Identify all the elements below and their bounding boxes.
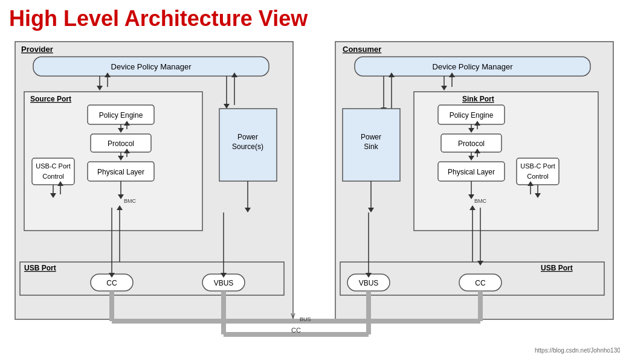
page-title: High Level Architecture View bbox=[9, 6, 620, 31]
consumer-protocol-label: Protocol bbox=[458, 139, 485, 148]
svg-rect-34 bbox=[20, 262, 284, 295]
provider-protocol-label: Protocol bbox=[108, 139, 134, 148]
provider-physical-layer-label: Physical Layer bbox=[97, 168, 144, 176]
provider-usb-port-label: USB Port bbox=[24, 264, 56, 272]
cc-label: CC bbox=[291, 327, 301, 334]
watermark: https://blog.csdn.net/Johnho130 bbox=[535, 347, 620, 354]
consumer-power-sink-label: Power bbox=[361, 133, 381, 141]
provider-bmc-label: BMC bbox=[124, 198, 137, 204]
consumer-dpm-label: Device Policy Manager bbox=[433, 62, 514, 71]
provider-vbus-label: VBUS bbox=[214, 279, 234, 287]
svg-text:BUS: BUS bbox=[300, 316, 311, 322]
consumer-bmc-label: BMC bbox=[474, 198, 487, 204]
svg-text:Control: Control bbox=[527, 173, 548, 180]
svg-text:Source(s): Source(s) bbox=[232, 142, 263, 151]
architecture-diagram: Provider Device Policy Manager Source Po… bbox=[9, 39, 620, 359]
provider-cc-label: CC bbox=[106, 279, 117, 287]
provider-power-sources-label: Power bbox=[237, 133, 258, 141]
sink-port-label: Sink Port bbox=[462, 95, 494, 103]
svg-text:Control: Control bbox=[42, 173, 63, 180]
consumer-label: Consumer bbox=[343, 45, 381, 54]
provider-label: Provider bbox=[21, 45, 53, 54]
provider-dpm-label: Device Policy Manager bbox=[111, 62, 192, 71]
provider-policy-engine-label: Policy Engine bbox=[99, 111, 143, 120]
consumer-usb-port-label: USB Port bbox=[541, 264, 573, 272]
consumer-physical-layer-label: Physical Layer bbox=[448, 168, 495, 176]
consumer-usbc-port-label: USB-C Port bbox=[520, 162, 555, 170]
consumer-vbus-label: VBUS bbox=[359, 279, 379, 287]
svg-text:Sink: Sink bbox=[364, 142, 378, 151]
source-port-label: Source Port bbox=[30, 95, 71, 103]
vbus-label: V bbox=[291, 312, 295, 319]
consumer-cc-label: CC bbox=[475, 279, 486, 287]
consumer-policy-engine-label: Policy Engine bbox=[450, 111, 494, 120]
page: High Level Architecture View Provider De… bbox=[0, 0, 629, 364]
provider-usbc-port-label: USB-C Port bbox=[36, 162, 70, 170]
